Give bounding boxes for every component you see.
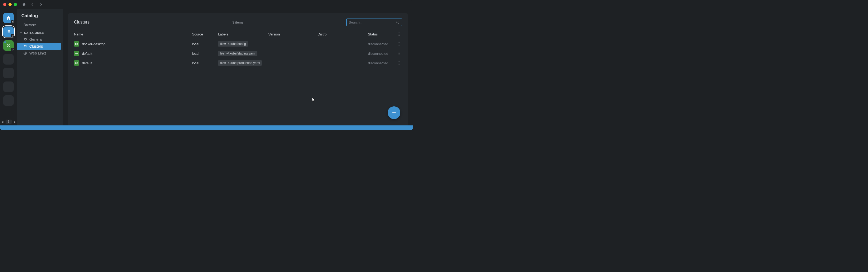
label-chip: file=~/.kube/production.yaml (218, 60, 262, 66)
svg-point-8 (399, 33, 400, 33)
window-controls (3, 3, 17, 6)
plus-icon (391, 110, 397, 115)
col-source[interactable]: Source (192, 32, 218, 36)
search-input[interactable] (349, 21, 395, 24)
svg-rect-2 (7, 32, 7, 32)
add-button[interactable] (388, 106, 400, 119)
item-count: 3 items (232, 21, 244, 24)
sidebar-item-general[interactable]: General (17, 36, 63, 43)
gear-icon[interactable] (10, 47, 14, 51)
cluster-source: local (192, 42, 218, 46)
cluster-avatar: DE (74, 60, 79, 66)
sidebar-item-clusters[interactable]: Clusters (17, 43, 61, 50)
svg-rect-5 (8, 33, 10, 33)
svg-point-15 (399, 53, 400, 54)
cluster-status: disconnected (368, 52, 396, 56)
col-status[interactable]: Status (368, 32, 396, 36)
label-chip: file=~/.kube/staging.yaml (218, 51, 257, 56)
back-icon[interactable] (30, 2, 35, 7)
svg-rect-3 (8, 32, 10, 32)
sidebar-item-label: General (29, 37, 43, 41)
cluster-source: local (192, 61, 218, 65)
col-name[interactable]: Name (74, 32, 192, 36)
rail-pager: ◀ 1 ▶ (0, 120, 17, 124)
forward-icon[interactable] (39, 2, 43, 7)
svg-point-16 (399, 55, 400, 55)
sidebar: Catalog Browse CATEGORIES General Cluste… (17, 9, 63, 126)
table-row[interactable]: DE default local file=~/.kube/staging.ya… (68, 49, 408, 58)
kebab-icon (399, 42, 400, 46)
svg-point-18 (399, 63, 400, 64)
svg-point-13 (399, 45, 400, 46)
rail-placeholder[interactable] (3, 68, 14, 78)
svg-rect-4 (7, 33, 7, 33)
gear-icon (23, 37, 27, 41)
sidebar-title: Catalog (17, 13, 63, 21)
cluster-name: default (82, 61, 92, 65)
row-menu-button[interactable] (396, 61, 402, 65)
rail-placeholder[interactable] (3, 54, 14, 65)
chevron-down-icon (20, 32, 23, 34)
gear-icon[interactable] (10, 34, 14, 38)
svg-point-14 (399, 52, 400, 53)
svg-rect-0 (7, 30, 7, 31)
page-title: Clusters (74, 20, 90, 25)
row-menu-button[interactable] (396, 42, 402, 46)
cluster-name: default (82, 52, 92, 56)
sidebar-item-weblinks[interactable]: Web Links (17, 50, 63, 57)
sidebar-browse-link[interactable]: Browse (17, 21, 63, 29)
gear-icon[interactable] (10, 20, 14, 24)
cluster-avatar: DE (74, 51, 79, 56)
sidebar-categories-label: CATEGORIES (24, 31, 44, 34)
status-dot-icon (4, 41, 6, 43)
search-icon (395, 20, 400, 24)
main-area: Clusters 3 items Name Source Labels Vers… (63, 9, 413, 126)
next-page-icon[interactable]: ▶ (14, 121, 16, 123)
kebab-icon (399, 32, 400, 36)
svg-rect-1 (8, 30, 10, 31)
svg-point-19 (399, 64, 400, 65)
cluster-source: local (192, 52, 218, 56)
col-labels[interactable]: Labels (218, 32, 268, 36)
sidebar-item-label: Web Links (29, 51, 46, 55)
prev-page-icon[interactable]: ◀ (1, 121, 3, 123)
rail-cluster-button[interactable]: DD (3, 40, 14, 51)
svg-point-10 (399, 35, 400, 36)
home-icon[interactable] (22, 2, 27, 7)
svg-point-12 (399, 44, 400, 44)
cluster-avatar: DD (74, 41, 79, 46)
titlebar (0, 0, 413, 9)
col-distro[interactable]: Distro (317, 32, 368, 36)
svg-point-11 (399, 42, 400, 43)
row-menu-button[interactable] (396, 52, 402, 55)
rail-catalog-button[interactable] (3, 27, 14, 37)
svg-point-17 (399, 61, 400, 62)
svg-point-9 (399, 34, 400, 35)
rail-placeholder[interactable] (3, 81, 14, 92)
kebab-icon (399, 52, 400, 55)
cluster-name: docker-desktop (82, 42, 105, 46)
col-version[interactable]: Version (268, 32, 317, 36)
maximize-window-button[interactable] (14, 3, 17, 6)
table-row[interactable]: DD docker-desktop local file=~/.kube/con… (68, 39, 408, 49)
globe-icon (23, 51, 27, 55)
rail-page-number: 1 (6, 120, 12, 124)
column-menu-button[interactable] (396, 32, 402, 36)
rail-home-button[interactable] (3, 13, 14, 23)
content-header: Clusters 3 items (68, 13, 408, 30)
search-box[interactable] (346, 19, 402, 26)
kubernetes-icon (23, 44, 27, 48)
table-header: Name Source Labels Version Distro Status (68, 30, 408, 39)
rail-cluster-badge: DD (7, 44, 10, 47)
minimize-window-button[interactable] (8, 3, 12, 6)
sidebar-categories-header[interactable]: CATEGORIES (17, 29, 63, 36)
cluster-status: disconnected (368, 42, 396, 46)
sidebar-item-label: Clusters (29, 44, 43, 48)
kebab-icon (399, 61, 400, 65)
rail-placeholder[interactable] (3, 95, 14, 106)
table-row[interactable]: DE default local file=~/.kube/production… (68, 58, 408, 68)
close-window-button[interactable] (3, 3, 6, 6)
status-bar (0, 126, 413, 130)
left-rail: DD ◀ 1 ▶ (0, 9, 17, 126)
label-chip: file=~/.kube/config (218, 41, 248, 46)
